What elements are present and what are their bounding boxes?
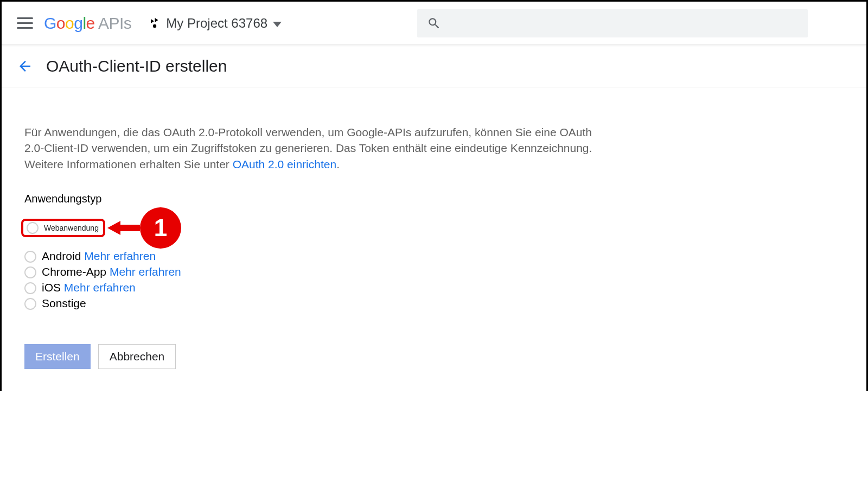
learn-more-link[interactable]: Mehr erfahren <box>110 265 181 278</box>
search-input[interactable] <box>417 9 808 37</box>
radio-item-webanwendung-highlight: Webanwendung <box>21 219 105 237</box>
radio-input-sonstige[interactable] <box>24 298 36 310</box>
cancel-button[interactable]: Abbrechen <box>98 344 176 369</box>
application-type-radio-group: Webanwendung 1 Android Mehr erfahren Chr… <box>24 207 620 312</box>
chevron-down-icon <box>273 22 282 27</box>
description-text-after: . <box>336 158 340 170</box>
radio-item-android[interactable]: Android Mehr erfahren <box>24 249 620 264</box>
description: Für Anwendungen, die das OAuth 2.0-Proto… <box>24 124 610 172</box>
radio-label: Chrome-App <box>42 265 106 278</box>
application-type-label: Anwendungstyp <box>24 193 620 205</box>
top-bar: Google APIs My Project 63768 <box>2 2 866 45</box>
radio-item-sonstige[interactable]: Sonstige <box>24 296 620 312</box>
radio-item-chrome-app[interactable]: Chrome-App Mehr erfahren <box>24 264 620 280</box>
back-arrow-icon[interactable] <box>17 58 33 74</box>
radio-input-android[interactable] <box>24 251 36 263</box>
learn-more-link[interactable]: Mehr erfahren <box>64 281 136 294</box>
search-icon <box>427 16 441 30</box>
project-selector[interactable]: My Project 63768 <box>142 12 287 34</box>
project-name: My Project 63768 <box>166 16 267 31</box>
project-icon <box>148 17 161 30</box>
svg-marker-1 <box>155 18 158 22</box>
content: Für Anwendungen, die das OAuth 2.0-Proto… <box>2 87 620 391</box>
radio-label: iOS <box>42 281 61 294</box>
radio-label: Webanwendung <box>44 224 99 232</box>
google-apis-logo: Google APIs <box>44 14 131 33</box>
radio-label: Android <box>42 250 81 262</box>
oauth-setup-link[interactable]: OAuth 2.0 einrichten <box>233 158 336 170</box>
arrow-left-icon <box>107 221 120 235</box>
learn-more-link[interactable]: Mehr erfahren <box>84 250 156 262</box>
radio-item-ios[interactable]: iOS Mehr erfahren <box>24 280 620 296</box>
page-title-bar: OAuth-Client-ID erstellen <box>2 45 866 87</box>
svg-marker-0 <box>151 19 154 23</box>
create-button[interactable]: Erstellen <box>24 344 91 369</box>
annotation-marker: 1 <box>107 207 181 249</box>
page-title: OAuth-Client-ID erstellen <box>46 57 227 75</box>
annotation-number: 1 <box>140 207 181 249</box>
radio-input-ios[interactable] <box>24 282 36 294</box>
radio-label: Sonstige <box>42 296 86 312</box>
radio-input-chrome-app[interactable] <box>24 266 36 278</box>
menu-icon[interactable] <box>17 17 33 29</box>
form-actions: Erstellen Abbrechen <box>24 344 620 369</box>
svg-point-2 <box>153 24 156 27</box>
radio-input-webanwendung[interactable] <box>27 222 39 234</box>
